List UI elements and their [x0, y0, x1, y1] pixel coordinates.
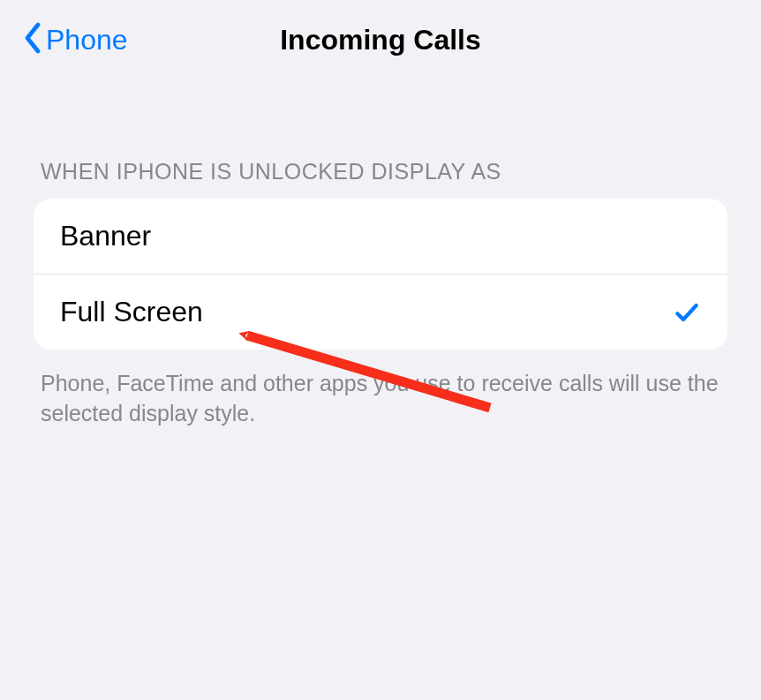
options-group: Banner Full Screen: [34, 199, 727, 350]
checkmark-icon: [673, 298, 701, 327]
chevron-left-icon: [23, 22, 42, 57]
section-footer: Phone, FaceTime and other apps you use t…: [41, 369, 722, 429]
option-label: Full Screen: [60, 296, 203, 328]
back-button-label: Phone: [46, 24, 128, 56]
option-full-screen[interactable]: Full Screen: [34, 274, 727, 350]
nav-bar: Phone Incoming Calls: [0, 0, 761, 79]
page-title: Incoming Calls: [280, 24, 481, 56]
section-header: WHEN IPHONE IS UNLOCKED DISPLAY AS: [41, 159, 727, 184]
option-label: Banner: [60, 220, 151, 252]
back-button[interactable]: Phone: [23, 22, 128, 57]
option-banner[interactable]: Banner: [34, 199, 727, 274]
